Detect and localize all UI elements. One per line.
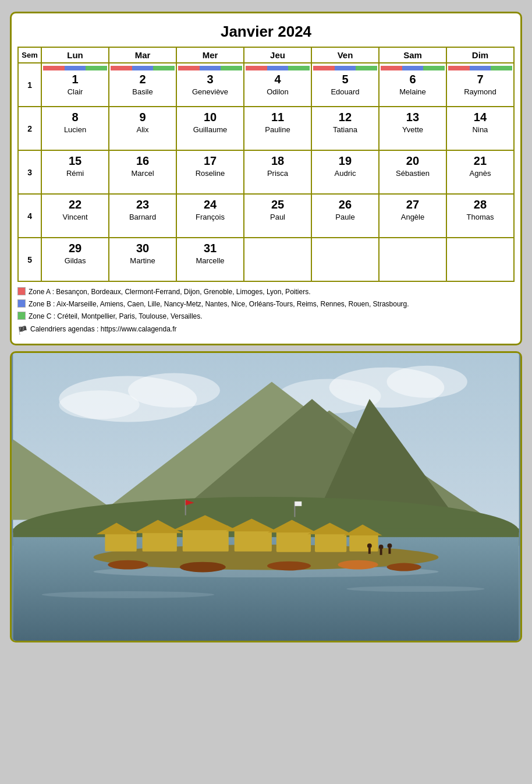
day-number: 17 [178, 154, 242, 168]
svg-point-5 [386, 366, 467, 398]
calendar-week-row: 422Vincent23Barnard24François25Paul26Pau… [18, 194, 514, 238]
day-cell: 16Marcel [109, 150, 176, 194]
day-number: 4 [246, 73, 310, 86]
day-saint-name: Lucien [43, 125, 107, 134]
zone-color-bars [178, 66, 242, 70]
bar-blue [200, 66, 221, 70]
day-saint-name: Thomas [448, 213, 512, 221]
day-saint-name: Paul [246, 213, 310, 221]
day-saint-name: Edouard [313, 87, 377, 96]
day-number: 31 [178, 242, 242, 255]
day-number: 29 [43, 242, 107, 255]
svg-point-36 [338, 560, 378, 570]
header-mar: Mar [109, 47, 176, 63]
day-saint-name: François [178, 213, 242, 221]
zone-b-text: Zone B : Aix-Marseille, Amiens, Caen, Li… [29, 299, 409, 310]
bar-pink [448, 66, 470, 70]
day-number: 12 [313, 111, 377, 124]
day-cell: 9Alix [109, 107, 176, 150]
header-lun: Lun [41, 47, 109, 63]
bar-pink [381, 66, 402, 70]
zone-c-text: Zone C : Créteil, Montpellier, Paris, To… [29, 311, 203, 322]
day-number: 3 [178, 73, 242, 86]
day-cell: 15Rémi [41, 150, 109, 194]
svg-rect-45 [380, 549, 382, 555]
header-jeu: Jeu [244, 47, 311, 63]
svg-point-3 [59, 390, 139, 419]
svg-point-34 [180, 562, 226, 573]
day-saint-name: Paule [313, 213, 377, 221]
day-number: 21 [448, 154, 512, 168]
day-number: 30 [111, 242, 175, 255]
day-cell: 10Guillaume [176, 107, 244, 150]
day-saint-name: Tatiana [313, 125, 377, 134]
zone-b-color-box [17, 299, 26, 308]
bar-blue [335, 66, 356, 70]
day-number: 28 [448, 198, 512, 211]
page-wrapper: Janvier 2024 Sem Lun Mar Mer Jeu Ven Sam… [10, 12, 522, 642]
bar-green [356, 66, 377, 70]
bar-pink [246, 66, 267, 70]
day-cell: 4Odilon [244, 63, 311, 107]
day-cell: 5Edouard [311, 63, 379, 107]
calendar-week-row: 28Lucien9Alix10Guillaume11Pauline12Tatia… [18, 107, 514, 150]
day-number: 10 [178, 111, 242, 124]
day-number: 18 [246, 154, 310, 168]
zone-a-color-box [17, 287, 26, 295]
day-saint-name: Gildas [43, 256, 107, 265]
day-number: 24 [178, 198, 242, 211]
day-cell: 21Agnès [446, 150, 514, 194]
day-cell: 29Gildas [41, 238, 109, 281]
day-saint-name: Raymond [448, 87, 512, 96]
svg-point-44 [379, 545, 384, 549]
legend-zone-b: Zone B : Aix-Marseille, Amiens, Caen, Li… [17, 299, 515, 310]
legend-zone-c: Zone C : Créteil, Montpellier, Paris, To… [17, 311, 515, 322]
svg-point-33 [108, 560, 148, 570]
day-saint-name: Alix [111, 125, 175, 134]
bar-blue [65, 66, 86, 70]
zone-c-color-box [17, 312, 26, 320]
week-number: 4 [18, 194, 41, 238]
day-cell [446, 238, 514, 281]
bar-green [491, 66, 512, 70]
day-number: 9 [111, 111, 175, 124]
day-cell: 20Sébastien [379, 150, 446, 194]
day-saint-name: Geneviève [178, 87, 242, 96]
day-cell [379, 238, 446, 281]
day-saint-name: Yvette [381, 125, 445, 134]
zone-color-bars [246, 66, 310, 70]
calendar-table: Sem Lun Mar Mer Jeu Ven Sam Dim 11Clair2… [17, 47, 515, 282]
legend-calendrier: 🏴 Calendriers agendas : https://www.cala… [17, 324, 515, 337]
svg-rect-19 [105, 531, 136, 552]
day-saint-name: Odilon [246, 87, 310, 96]
photo-container [10, 351, 522, 642]
day-saint-name: Nina [448, 125, 512, 134]
bar-blue [402, 66, 424, 70]
day-cell: 19Audric [311, 150, 379, 194]
day-saint-name: Barnard [111, 213, 175, 221]
day-cell: 31Marcelle [176, 238, 244, 281]
zone-a-text: Zone A : Besançon, Bordeaux, Clermont-Fe… [29, 287, 310, 298]
day-cell: 12Tatiana [311, 107, 379, 150]
day-cell: 30Martine [109, 238, 176, 281]
bar-pink [178, 66, 200, 70]
legend-zone-a: Zone A : Besançon, Bordeaux, Clermont-Fe… [17, 287, 515, 298]
day-cell: 14Nina [446, 107, 514, 150]
svg-rect-43 [368, 548, 371, 554]
svg-rect-29 [315, 531, 346, 552]
day-cell: 17Roseline [176, 150, 244, 194]
day-number: 26 [313, 198, 377, 211]
svg-rect-27 [276, 530, 311, 552]
day-cell: 18Prisca [244, 150, 311, 194]
day-number: 23 [111, 198, 175, 211]
day-saint-name: Vincent [43, 213, 107, 221]
day-cell: 25Paul [244, 194, 311, 238]
header-dim: Dim [446, 47, 514, 63]
day-number: 22 [43, 198, 107, 211]
day-number: 6 [381, 73, 445, 86]
header-sem: Sem [18, 47, 41, 63]
day-saint-name: Audric [313, 169, 377, 178]
day-cell: 7Raymond [446, 63, 514, 107]
calendar-week-row: 11Clair2Basile3Geneviève4Odilon5Edouard6… [18, 63, 514, 107]
calendar-week-row: 315Rémi16Marcel17Roseline18Prisca19Audri… [18, 150, 514, 194]
